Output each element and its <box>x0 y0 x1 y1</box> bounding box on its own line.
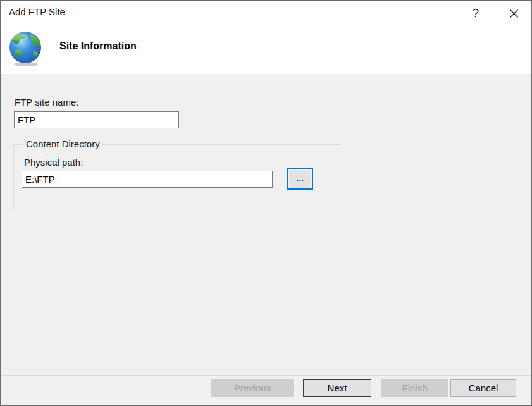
dialog-body: FTP site name: Content Directory Physica… <box>1 74 531 375</box>
dialog-footer: Previous Next Finish Cancel <box>1 375 531 406</box>
ftp-site-name-label: FTP site name: <box>15 97 78 108</box>
next-button[interactable]: Next <box>303 379 371 397</box>
add-ftp-site-dialog: Add FTP Site ? <box>0 0 532 406</box>
content-directory-group: Content Directory Physical path: ... <box>13 144 340 209</box>
browse-button[interactable]: ... <box>287 168 313 190</box>
finish-button[interactable]: Finish <box>381 379 448 397</box>
dialog-header: Add FTP Site ? <box>1 1 531 73</box>
physical-path-input[interactable] <box>22 171 273 188</box>
content-directory-group-label: Content Directory <box>23 138 103 149</box>
page-title: Site Information <box>59 40 137 52</box>
ellipsis-icon: ... <box>297 173 304 183</box>
ftp-site-name-input[interactable] <box>14 111 179 128</box>
globe-icon <box>7 30 44 67</box>
previous-button[interactable]: Previous <box>211 379 294 397</box>
cancel-button[interactable]: Cancel <box>450 379 516 397</box>
physical-path-label: Physical path: <box>24 157 83 168</box>
close-icon <box>509 9 519 18</box>
help-icon: ? <box>473 7 479 20</box>
help-button[interactable]: ? <box>466 3 486 23</box>
close-button[interactable] <box>504 3 524 23</box>
window-title: Add FTP Site <box>9 6 65 17</box>
